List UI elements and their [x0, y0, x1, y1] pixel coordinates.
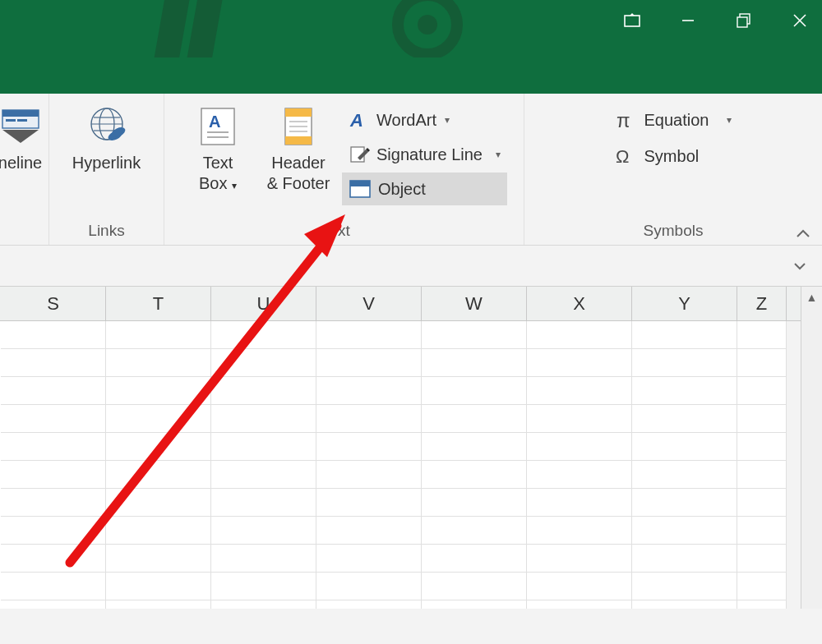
spreadsheet-area: S T U V W X Y Z ▲ — [0, 287, 822, 609]
column-header[interactable]: S — [1, 287, 106, 320]
timeline-icon — [1, 104, 40, 150]
svg-text:Ω: Ω — [616, 146, 629, 167]
ribbon-display-options-button[interactable] — [618, 7, 646, 34]
svg-rect-12 — [17, 119, 27, 122]
svg-rect-26 — [285, 136, 312, 145]
column-header[interactable]: W — [422, 287, 527, 320]
formula-bar[interactable] — [0, 246, 822, 287]
links-group-label: Links — [88, 222, 124, 245]
scroll-up-button[interactable]: ▲ — [801, 287, 822, 308]
column-header[interactable]: Y — [632, 287, 737, 320]
svg-rect-3 — [737, 17, 747, 27]
symbol-icon: Ω — [615, 145, 638, 167]
close-button[interactable] — [786, 7, 814, 34]
text-box-icon: A — [199, 104, 237, 150]
hyperlink-icon — [84, 104, 130, 150]
chevron-down-icon: ▾ — [445, 114, 450, 126]
timeline-button[interactable]: neline — [0, 99, 45, 173]
ribbon: neline Hyperlink Links A TextBox ▾ — [0, 94, 822, 246]
title-bar — [0, 0, 822, 58]
object-label: Object — [378, 180, 426, 199]
signature-line-icon — [349, 144, 370, 165]
object-button[interactable]: Object — [342, 172, 507, 205]
cells-grid[interactable] — [0, 321, 801, 609]
chevron-down-icon: ▾ — [727, 114, 732, 126]
text-box-button[interactable]: A TextBox ▾ — [181, 99, 255, 194]
timeline-label: neline — [0, 153, 42, 173]
hyperlink-label: Hyperlink — [72, 153, 141, 173]
hyperlink-button[interactable]: Hyperlink — [58, 99, 156, 173]
filters-group-label — [18, 222, 22, 245]
column-header[interactable]: Z — [737, 287, 787, 320]
signature-line-button[interactable]: Signature Line ▾ — [342, 138, 507, 171]
object-icon — [349, 179, 372, 199]
column-header[interactable]: V — [316, 287, 422, 320]
svg-text:π: π — [616, 109, 630, 131]
chevron-down-icon: ▾ — [496, 149, 501, 160]
svg-rect-25 — [285, 108, 312, 117]
svg-rect-11 — [6, 119, 16, 122]
svg-rect-0 — [625, 16, 640, 26]
header-footer-icon — [282, 104, 315, 150]
svg-rect-10 — [2, 110, 39, 117]
column-header[interactable]: X — [527, 287, 632, 320]
wordart-button[interactable]: A WordArt ▾ — [342, 104, 507, 136]
symbols-group-label: Symbols — [644, 222, 704, 245]
header-footer-button[interactable]: Header& Footer — [261, 99, 335, 194]
column-header[interactable]: T — [106, 287, 211, 320]
header-footer-label: Header& Footer — [267, 153, 330, 194]
signature-line-label: Signature Line — [376, 145, 483, 164]
svg-text:A: A — [209, 113, 220, 131]
collapse-ribbon-button[interactable] — [796, 228, 810, 238]
symbol-button[interactable]: Ω Symbol — [608, 140, 706, 172]
restore-button[interactable] — [730, 7, 758, 34]
equation-icon: π — [615, 109, 638, 131]
svg-rect-33 — [350, 181, 370, 186]
column-headers: S T U V W X Y Z — [0, 287, 801, 321]
minimize-button[interactable] — [674, 7, 702, 34]
vertical-scrollbar[interactable]: ▲ — [801, 287, 822, 609]
column-header[interactable]: U — [211, 287, 316, 320]
svg-text:A: A — [349, 110, 363, 131]
text-group-label: xt — [338, 222, 350, 245]
title-bar-lower: WorkSpaces Share — [0, 58, 822, 94]
text-box-label: TextBox ▾ — [199, 153, 237, 194]
wordart-icon: A — [349, 109, 370, 131]
equation-label: Equation — [644, 111, 709, 130]
equation-button[interactable]: π Equation ▾ — [608, 104, 739, 136]
scroll-track[interactable] — [801, 308, 822, 609]
expand-formula-bar-button[interactable] — [786, 257, 814, 275]
wordart-label: WordArt — [376, 111, 436, 130]
symbol-label: Symbol — [644, 147, 700, 166]
